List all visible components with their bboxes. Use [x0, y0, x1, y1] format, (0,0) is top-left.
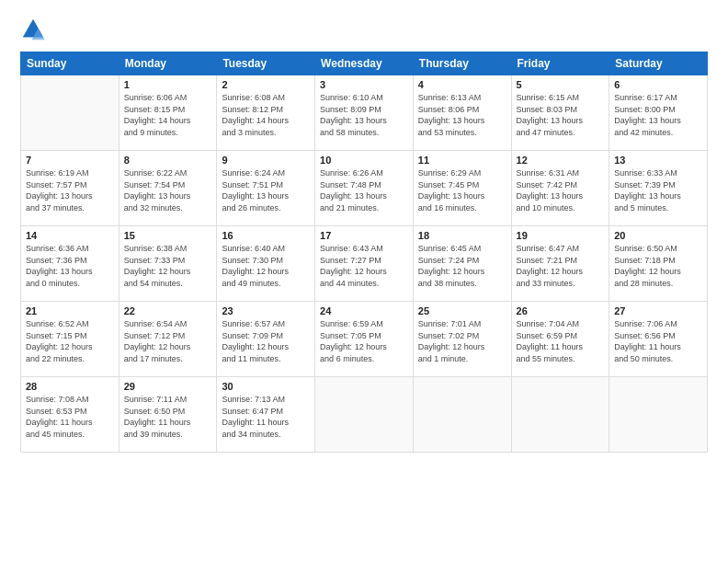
day-number: 17 — [320, 230, 408, 241]
day-number: 27 — [614, 305, 702, 316]
day-info: Sunrise: 6:08 AM Sunset: 8:12 PM Dayligh… — [222, 92, 310, 138]
day-info: Sunrise: 6:19 AM Sunset: 7:57 PM Dayligh… — [26, 167, 114, 213]
day-info: Sunrise: 7:01 AM Sunset: 7:02 PM Dayligh… — [418, 318, 506, 364]
calendar-cell: 13Sunrise: 6:33 AM Sunset: 7:39 PM Dayli… — [609, 151, 708, 226]
day-info: Sunrise: 6:47 AM Sunset: 7:21 PM Dayligh… — [517, 243, 605, 289]
day-number: 19 — [517, 230, 605, 241]
calendar: SundayMondayTuesdayWednesdayThursdayFrid… — [20, 52, 708, 453]
calendar-cell: 21Sunrise: 6:52 AM Sunset: 7:15 PM Dayli… — [21, 302, 119, 377]
day-number: 1 — [124, 79, 212, 90]
header — [20, 17, 708, 42]
day-number: 15 — [124, 230, 212, 241]
day-number: 9 — [222, 155, 310, 166]
calendar-cell: 17Sunrise: 6:43 AM Sunset: 7:27 PM Dayli… — [315, 226, 414, 302]
calendar-cell: 11Sunrise: 6:29 AM Sunset: 7:45 PM Dayli… — [413, 151, 511, 226]
weekday-header-wednesday: Wednesday — [315, 52, 414, 75]
day-number: 5 — [517, 79, 605, 90]
calendar-cell: 30Sunrise: 7:13 AM Sunset: 6:47 PM Dayli… — [217, 377, 315, 453]
day-number: 26 — [517, 305, 605, 316]
calendar-cell: 5Sunrise: 6:15 AM Sunset: 8:03 PM Daylig… — [511, 75, 609, 151]
day-info: Sunrise: 6:13 AM Sunset: 8:06 PM Dayligh… — [418, 92, 506, 138]
day-info: Sunrise: 7:11 AM Sunset: 6:50 PM Dayligh… — [124, 394, 212, 440]
day-number: 14 — [26, 230, 114, 241]
calendar-cell: 1Sunrise: 6:06 AM Sunset: 8:15 PM Daylig… — [119, 75, 217, 151]
day-info: Sunrise: 6:43 AM Sunset: 7:27 PM Dayligh… — [320, 243, 408, 289]
day-number: 21 — [26, 305, 114, 316]
calendar-cell: 27Sunrise: 7:06 AM Sunset: 6:56 PM Dayli… — [609, 302, 708, 377]
day-info: Sunrise: 6:15 AM Sunset: 8:03 PM Dayligh… — [517, 92, 605, 138]
day-number: 10 — [320, 155, 408, 166]
calendar-cell: 28Sunrise: 7:08 AM Sunset: 6:53 PM Dayli… — [21, 377, 119, 453]
day-info: Sunrise: 6:22 AM Sunset: 7:54 PM Dayligh… — [124, 167, 212, 213]
day-number: 20 — [614, 230, 702, 241]
week-row-2: 7Sunrise: 6:19 AM Sunset: 7:57 PM Daylig… — [21, 151, 708, 226]
week-row-5: 28Sunrise: 7:08 AM Sunset: 6:53 PM Dayli… — [21, 377, 708, 453]
calendar-cell — [413, 377, 511, 453]
day-number: 6 — [614, 79, 702, 90]
day-info: Sunrise: 6:59 AM Sunset: 7:05 PM Dayligh… — [320, 318, 408, 364]
day-number: 12 — [517, 155, 605, 166]
week-row-4: 21Sunrise: 6:52 AM Sunset: 7:15 PM Dayli… — [21, 302, 708, 377]
calendar-cell: 14Sunrise: 6:36 AM Sunset: 7:36 PM Dayli… — [21, 226, 119, 302]
calendar-cell — [315, 377, 414, 453]
day-info: Sunrise: 7:06 AM Sunset: 6:56 PM Dayligh… — [614, 318, 702, 364]
day-number: 7 — [26, 155, 114, 166]
day-info: Sunrise: 7:08 AM Sunset: 6:53 PM Dayligh… — [26, 394, 114, 440]
calendar-cell: 9Sunrise: 6:24 AM Sunset: 7:51 PM Daylig… — [217, 151, 315, 226]
calendar-cell: 18Sunrise: 6:45 AM Sunset: 7:24 PM Dayli… — [413, 226, 511, 302]
day-number: 2 — [222, 79, 310, 90]
logo — [20, 17, 50, 42]
day-info: Sunrise: 6:52 AM Sunset: 7:15 PM Dayligh… — [26, 318, 114, 364]
weekday-header-saturday: Saturday — [609, 52, 708, 75]
day-info: Sunrise: 6:38 AM Sunset: 7:33 PM Dayligh… — [124, 243, 212, 289]
day-info: Sunrise: 7:13 AM Sunset: 6:47 PM Dayligh… — [222, 394, 310, 440]
calendar-cell: 29Sunrise: 7:11 AM Sunset: 6:50 PM Dayli… — [119, 377, 217, 453]
page: SundayMondayTuesdayWednesdayThursdayFrid… — [0, 0, 728, 563]
day-number: 8 — [124, 155, 212, 166]
day-info: Sunrise: 6:57 AM Sunset: 7:09 PM Dayligh… — [222, 318, 310, 364]
day-number: 23 — [222, 305, 310, 316]
day-info: Sunrise: 6:17 AM Sunset: 8:00 PM Dayligh… — [614, 92, 702, 138]
calendar-cell: 23Sunrise: 6:57 AM Sunset: 7:09 PM Dayli… — [217, 302, 315, 377]
day-number: 25 — [418, 305, 506, 316]
day-info: Sunrise: 7:04 AM Sunset: 6:59 PM Dayligh… — [517, 318, 605, 364]
day-info: Sunrise: 6:29 AM Sunset: 7:45 PM Dayligh… — [418, 167, 506, 213]
calendar-cell: 3Sunrise: 6:10 AM Sunset: 8:09 PM Daylig… — [315, 75, 414, 151]
weekday-header-friday: Friday — [511, 52, 609, 75]
day-info: Sunrise: 6:40 AM Sunset: 7:30 PM Dayligh… — [222, 243, 310, 289]
calendar-cell: 22Sunrise: 6:54 AM Sunset: 7:12 PM Dayli… — [119, 302, 217, 377]
week-row-3: 14Sunrise: 6:36 AM Sunset: 7:36 PM Dayli… — [21, 226, 708, 302]
calendar-cell: 16Sunrise: 6:40 AM Sunset: 7:30 PM Dayli… — [217, 226, 315, 302]
calendar-cell — [21, 75, 119, 151]
day-info: Sunrise: 6:45 AM Sunset: 7:24 PM Dayligh… — [418, 243, 506, 289]
day-number: 13 — [614, 155, 702, 166]
weekday-header-thursday: Thursday — [413, 52, 511, 75]
day-number: 4 — [418, 79, 506, 90]
calendar-cell: 7Sunrise: 6:19 AM Sunset: 7:57 PM Daylig… — [21, 151, 119, 226]
day-number: 30 — [222, 381, 310, 392]
day-number: 24 — [320, 305, 408, 316]
day-info: Sunrise: 6:06 AM Sunset: 8:15 PM Dayligh… — [124, 92, 212, 138]
calendar-cell — [511, 377, 609, 453]
calendar-cell: 4Sunrise: 6:13 AM Sunset: 8:06 PM Daylig… — [413, 75, 511, 151]
weekday-header-tuesday: Tuesday — [217, 52, 315, 75]
calendar-cell: 20Sunrise: 6:50 AM Sunset: 7:18 PM Dayli… — [609, 226, 708, 302]
day-info: Sunrise: 6:33 AM Sunset: 7:39 PM Dayligh… — [614, 167, 702, 213]
calendar-cell: 25Sunrise: 7:01 AM Sunset: 7:02 PM Dayli… — [413, 302, 511, 377]
calendar-cell: 6Sunrise: 6:17 AM Sunset: 8:00 PM Daylig… — [609, 75, 708, 151]
calendar-cell: 8Sunrise: 6:22 AM Sunset: 7:54 PM Daylig… — [119, 151, 217, 226]
calendar-cell: 24Sunrise: 6:59 AM Sunset: 7:05 PM Dayli… — [315, 302, 414, 377]
calendar-cell: 2Sunrise: 6:08 AM Sunset: 8:12 PM Daylig… — [217, 75, 315, 151]
day-info: Sunrise: 6:24 AM Sunset: 7:51 PM Dayligh… — [222, 167, 310, 213]
calendar-cell: 26Sunrise: 7:04 AM Sunset: 6:59 PM Dayli… — [511, 302, 609, 377]
day-number: 22 — [124, 305, 212, 316]
day-info: Sunrise: 6:50 AM Sunset: 7:18 PM Dayligh… — [614, 243, 702, 289]
week-row-1: 1Sunrise: 6:06 AM Sunset: 8:15 PM Daylig… — [21, 75, 708, 151]
day-info: Sunrise: 6:31 AM Sunset: 7:42 PM Dayligh… — [517, 167, 605, 213]
calendar-cell: 15Sunrise: 6:38 AM Sunset: 7:33 PM Dayli… — [119, 226, 217, 302]
day-number: 28 — [26, 381, 114, 392]
logo-icon — [20, 17, 46, 42]
calendar-cell: 10Sunrise: 6:26 AM Sunset: 7:48 PM Dayli… — [315, 151, 414, 226]
day-number: 11 — [418, 155, 506, 166]
weekday-header-row: SundayMondayTuesdayWednesdayThursdayFrid… — [21, 52, 708, 75]
